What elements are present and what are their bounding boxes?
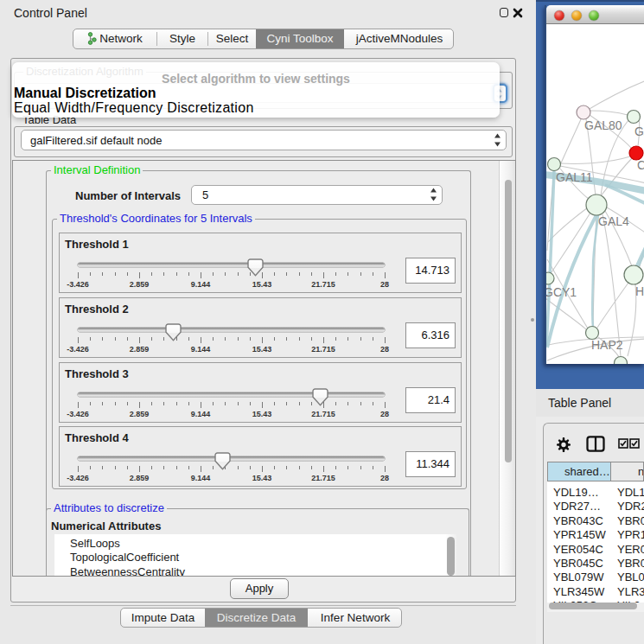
- svg-text:CDC1: CDC1: [637, 158, 644, 172]
- svg-text:GAL80: GAL80: [584, 118, 622, 132]
- svg-text:GCY1: GCY1: [546, 285, 577, 299]
- svg-text:GAL11: GAL11: [556, 170, 593, 184]
- svg-text:HIS4: HIS4: [635, 284, 644, 298]
- svg-text:HAP2: HAP2: [591, 338, 623, 352]
- svg-text:GAL4: GAL4: [598, 214, 629, 228]
- svg-text:GAL7: GAL7: [634, 124, 644, 138]
